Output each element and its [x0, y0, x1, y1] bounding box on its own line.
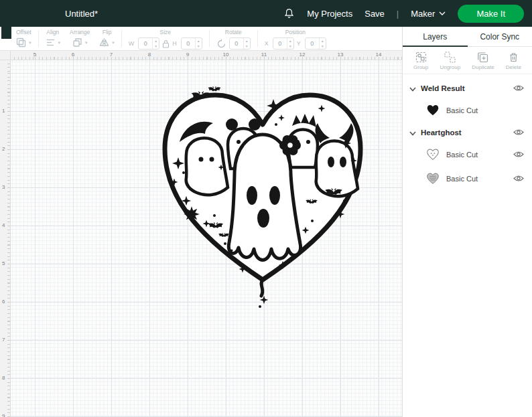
design-canvas[interactable]	[11, 60, 402, 417]
ruler-number: 7	[110, 52, 113, 58]
height-input[interactable]	[182, 40, 195, 47]
trash-icon	[508, 52, 519, 63]
arrange-icon	[72, 37, 82, 48]
duplicate-label: Duplicate	[472, 64, 494, 70]
layer-item-label: Basic Cut	[446, 151, 478, 159]
position-x-stepper[interactable]: ▲▼	[287, 38, 293, 49]
x-axis-label: X	[265, 40, 269, 47]
caret-down-icon: ▾	[112, 40, 115, 45]
ruler-number: 14	[376, 52, 382, 58]
align-tool[interactable]: Align ▾	[41, 27, 66, 50]
vertical-ruler: 123456789	[0, 60, 11, 417]
ruler-number: 10	[223, 52, 229, 58]
position-y-input[interactable]	[306, 40, 319, 47]
duplicate-button[interactable]: Duplicate	[472, 52, 494, 70]
layer-group-label: Weld Result	[421, 84, 465, 92]
canvas-artwork[interactable]	[145, 64, 381, 313]
arrange-label: Arrange	[70, 29, 90, 35]
flip-tool[interactable]: Flip ▾	[94, 27, 119, 50]
visibility-eye-icon[interactable]	[513, 127, 524, 139]
layer-thumbnail	[425, 103, 440, 118]
layer-thumbnail	[425, 147, 440, 162]
chevron-down-icon[interactable]	[409, 127, 416, 139]
delete-button[interactable]: Delete	[506, 52, 521, 70]
rotate-stepper[interactable]: ▲▼	[243, 38, 250, 49]
panel-tabs: Layers Color Sync	[403, 27, 532, 47]
visibility-eye-icon[interactable]	[513, 149, 524, 161]
visibility-eye-icon[interactable]	[513, 173, 524, 185]
layer-item-basic-cut-2[interactable]: Basic Cut	[403, 143, 532, 167]
rotate-icon	[216, 39, 226, 49]
size-tool: Size W ▲▼ H ▲▼	[124, 27, 207, 50]
ruler-number: 9	[186, 52, 189, 58]
app-header: Untitled* My Projects Save | Maker Make …	[0, 0, 532, 27]
width-input[interactable]	[139, 40, 152, 47]
y-axis-label: Y	[297, 40, 301, 47]
caret-down-icon: ▾	[29, 40, 31, 45]
layer-thumbnail	[425, 171, 440, 186]
layer-group-weld-result[interactable]: Weld Result	[403, 78, 532, 98]
align-label: Align	[46, 29, 59, 35]
position-y-stepper[interactable]: ▲▼	[319, 38, 326, 49]
visibility-eye-icon[interactable]	[513, 82, 524, 94]
size-label: Size	[160, 29, 172, 35]
ruler-number: 11	[261, 52, 267, 58]
rotate-input[interactable]	[230, 40, 243, 47]
layer-item-basic-cut-3[interactable]: Basic Cut	[403, 167, 532, 191]
ungroup-button[interactable]: Ungroup	[440, 52, 460, 70]
ungroup-label: Ungroup	[440, 64, 460, 70]
ruler-number: 4	[2, 222, 5, 228]
offset-tool[interactable]: Offset ▾	[11, 27, 36, 50]
offset-label: Offset	[16, 29, 31, 35]
position-label: Position	[285, 29, 306, 35]
position-tool: Position X ▲▼ Y ▲▼	[260, 27, 331, 50]
layer-group-heartghost[interactable]: Heartghost	[403, 122, 532, 143]
ruler-number: 2	[2, 146, 5, 152]
layer-list: Weld Result Basic Cut Heartghost Basic C…	[403, 74, 532, 191]
document-title: Untitled*	[65, 9, 98, 19]
lock-aspect-icon[interactable]	[162, 39, 170, 48]
width-stepper[interactable]: ▲▼	[152, 38, 159, 49]
delete-label: Delete	[506, 64, 521, 70]
offset-icon	[16, 37, 26, 48]
ruler-number: 5	[2, 260, 5, 266]
horizontal-ruler: 567891011121314	[11, 51, 402, 60]
width-axis-label: W	[129, 40, 135, 47]
align-icon	[46, 37, 56, 48]
ruler-corner	[0, 51, 11, 60]
canvas-area: 567891011121314 123456789	[0, 51, 402, 417]
layer-item-label: Basic Cut	[446, 175, 478, 183]
save-link[interactable]: Save	[364, 9, 385, 19]
position-x-input[interactable]	[273, 40, 287, 47]
caret-down-icon: ▾	[85, 40, 88, 45]
header-divider: |	[397, 9, 399, 19]
arrange-tool[interactable]: Arrange ▾	[65, 27, 94, 50]
ruler-number: 8	[2, 375, 5, 381]
height-stepper[interactable]: ▲▼	[195, 38, 202, 49]
group-button[interactable]: Group	[413, 52, 428, 70]
layer-item-basic-cut-1[interactable]: Basic Cut	[403, 98, 532, 122]
notifications-bell-icon[interactable]	[283, 7, 295, 19]
ruler-number: 13	[338, 52, 344, 58]
ruler-number: 12	[300, 52, 306, 58]
rotate-tool: Rotate ▲▼	[212, 27, 255, 50]
machine-selector[interactable]: Maker	[411, 9, 446, 19]
ruler-number: 5	[34, 52, 36, 58]
my-projects-link[interactable]: My Projects	[307, 9, 352, 19]
tab-color-sync[interactable]: Color Sync	[468, 27, 532, 46]
tab-layers[interactable]: Layers	[403, 27, 468, 46]
chevron-down-icon[interactable]	[409, 82, 416, 94]
layer-group-label: Heartghost	[421, 129, 462, 137]
collapsed-panel-tab[interactable]	[1, 27, 11, 39]
duplicate-icon	[477, 52, 488, 63]
ruler-number: 7	[2, 337, 5, 343]
ruler-number: 8	[148, 52, 151, 58]
edit-toolbar: Offset ▾ Align ▾ Arrange ▾ Flip ▾ Size W	[0, 27, 402, 51]
layers-panel: Layers Color Sync Group Ungroup Duplicat…	[402, 27, 532, 417]
ruler-number: 3	[2, 184, 5, 190]
ungroup-icon	[444, 52, 456, 63]
make-it-button[interactable]: Make It	[458, 5, 524, 23]
ruler-number: 1	[2, 108, 5, 114]
rotate-label: Rotate	[225, 29, 242, 35]
height-axis-label: H	[172, 40, 177, 47]
